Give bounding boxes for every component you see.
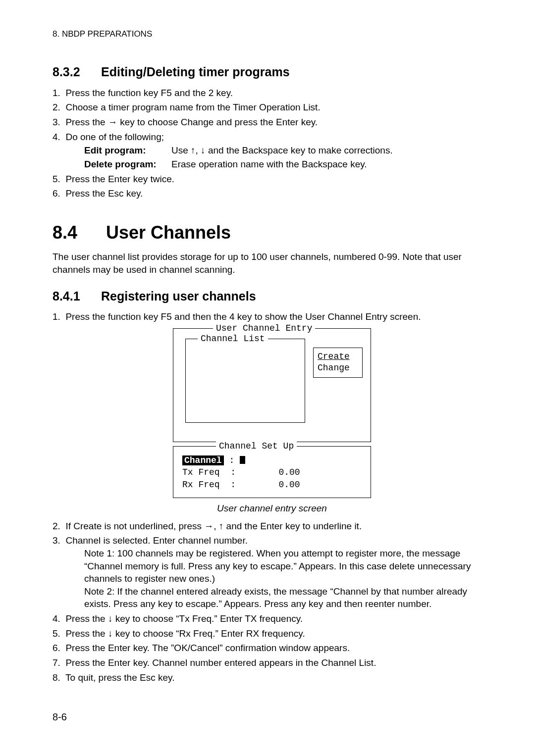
heading-number: 8.3.2	[53, 64, 101, 81]
channel-row: Channel :	[182, 454, 362, 466]
steps-841-b: 2. If Create is not underlined, press →,…	[53, 520, 491, 684]
step: 5. Press the ↓ key to choose “Rx Freq.” …	[53, 627, 491, 640]
step: 1. Press the function key F5 and the 2 k…	[53, 87, 491, 100]
heading-8-3-2: 8.3.2Editing/Deleting timer programs	[53, 64, 491, 81]
intro-8-4: The user channel list provides storage f…	[53, 251, 491, 276]
diagram-caption: User channel entry screen	[53, 502, 491, 515]
create-change-menu: Create Change	[313, 348, 363, 378]
step: 4. Do one of the following; Edit program…	[53, 131, 491, 171]
steps-841-a: 1. Press the function key F5 and then th…	[53, 310, 491, 323]
step: 3. Channel is selected. Enter channel nu…	[53, 534, 491, 610]
channel-list-box: Channel List	[185, 339, 305, 423]
heading-8-4: 8.4User Channels	[53, 221, 491, 245]
step: 2. Choose a timer program name from the …	[53, 101, 491, 114]
step: 2. If Create is not underlined, press →,…	[53, 520, 491, 533]
box-legend: Channel List	[198, 333, 268, 345]
step: 8. To quit, press the Esc key.	[53, 671, 491, 684]
heading-number: 8.4.1	[53, 288, 101, 305]
step: 7. Press the Enter key. Channel number e…	[53, 656, 491, 669]
heading-title: Editing/Deleting timer programs	[101, 65, 290, 79]
heading-number: 8.4	[53, 221, 106, 245]
delete-program-line: Delete program:Erase operation name with…	[68, 158, 491, 171]
edit-program-line: Edit program:Use ↑, ↓ and the Backspace …	[68, 144, 491, 157]
step: 3. Press the → key to choose Change and …	[53, 116, 491, 129]
delete-program-text: Erase operation name with the Backspace …	[171, 159, 367, 169]
page-header: 8. NBDP PREPARATIONS	[53, 29, 491, 40]
edit-program-text: Use ↑, ↓ and the Backspace key to make c…	[171, 145, 393, 155]
step: 6. Press the Enter key. The ”OK/Cancel” …	[53, 642, 491, 655]
user-channel-entry-box: User Channel Entry Channel List Create C…	[173, 328, 371, 442]
edit-program-label: Edit program:	[84, 144, 171, 157]
menu-change: Change	[318, 362, 358, 374]
page-number: 8-6	[53, 710, 491, 724]
heading-8-4-1: 8.4.1Registering user channels	[53, 288, 491, 305]
heading-title: Registering user channels	[101, 289, 256, 303]
box-legend: Channel Set Up	[216, 440, 297, 452]
steps-832: 1. Press the function key F5 and the 2 k…	[53, 87, 491, 200]
note-2: Note 2: If the channel entered already e…	[68, 585, 491, 610]
rxfreq-row: Rx Freq : 0.00	[182, 479, 362, 491]
menu-create: Create	[318, 351, 358, 362]
step: 4. Press the ↓ key to choose “Tx Freq.” …	[53, 612, 491, 625]
step: 6. Press the Esc key.	[53, 187, 491, 200]
delete-program-label: Delete program:	[84, 158, 171, 171]
step: 1. Press the function key F5 and then th…	[53, 310, 491, 323]
note-1: Note 1: 100 channels may be registered. …	[68, 547, 491, 585]
step: 5. Press the Enter key twice.	[53, 173, 491, 186]
cursor-icon	[240, 456, 245, 464]
user-channel-entry-diagram: User Channel Entry Channel List Create C…	[53, 328, 491, 498]
txfreq-row: Tx Freq : 0.00	[182, 466, 362, 478]
heading-title: User Channels	[106, 222, 231, 243]
channel-set-up-box: Channel Set Up Channel : Tx Freq : 0.00 …	[173, 446, 371, 498]
channel-label-inverse: Channel	[182, 455, 224, 465]
